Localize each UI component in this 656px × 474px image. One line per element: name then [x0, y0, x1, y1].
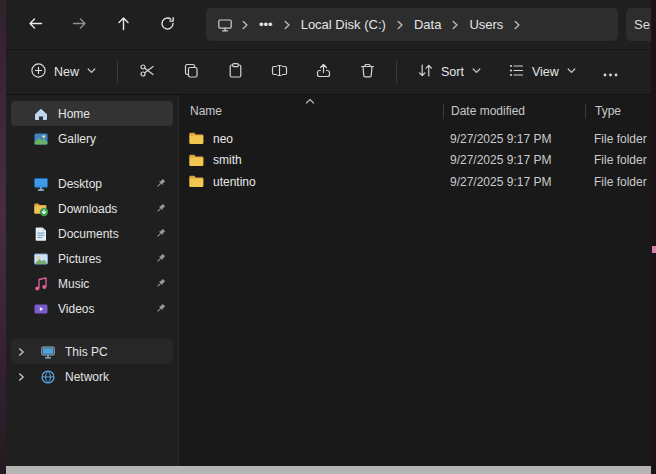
- chevron-right-icon[interactable]: [15, 346, 27, 358]
- sidebar-item-label: Documents: [58, 227, 119, 241]
- paste-icon: [227, 62, 244, 82]
- column-header-date-modified[interactable]: Date modified: [444, 104, 585, 118]
- breadcrumb-local-disk-c[interactable]: Local Disk (C:): [294, 14, 393, 35]
- file-date-modified: 9/27/2025 9:17 PM: [443, 153, 585, 167]
- plus-circle-icon: [30, 62, 47, 82]
- folder-icon: [188, 152, 205, 169]
- forward-button[interactable]: [60, 8, 98, 42]
- search-box[interactable]: Se: [626, 8, 651, 41]
- videos-icon: [33, 301, 49, 317]
- back-button[interactable]: [16, 8, 54, 42]
- arrow-left-icon: [27, 15, 44, 35]
- sort-button[interactable]: Sort: [407, 56, 492, 88]
- copy-button[interactable]: [172, 56, 210, 88]
- arrow-right-icon: [71, 15, 88, 35]
- refresh-button[interactable]: [148, 8, 186, 42]
- sidebar-item-desktop[interactable]: Desktop: [11, 171, 173, 196]
- sidebar-item-home[interactable]: Home: [11, 101, 173, 126]
- file-explorer-window: ••• Local Disk (C:) Data Users Se: [6, 0, 651, 466]
- trash-icon: [359, 62, 376, 82]
- delete-button[interactable]: [348, 56, 386, 88]
- paste-button[interactable]: [216, 56, 254, 88]
- share-icon: [315, 62, 332, 82]
- sidebar-item-videos[interactable]: Videos: [11, 296, 173, 321]
- cut-button[interactable]: [128, 56, 166, 88]
- sort-button-label: Sort: [441, 65, 464, 79]
- navigation-bar: ••• Local Disk (C:) Data Users Se: [6, 0, 651, 50]
- sidebar-item-label: Home: [58, 107, 90, 121]
- rename-button[interactable]: [260, 56, 298, 88]
- sidebar-section-gap: [11, 151, 173, 171]
- gallery-icon: [33, 131, 49, 147]
- view-button-label: View: [532, 65, 559, 79]
- file-row-utentino[interactable]: utentino 9/27/2025 9:17 PM File folder: [179, 171, 651, 193]
- pin-icon: [154, 302, 167, 315]
- file-date-modified: 9/27/2025 9:17 PM: [443, 175, 585, 189]
- command-toolbar: New: [6, 50, 651, 95]
- file-name: smith: [213, 153, 242, 167]
- sidebar-item-label: Desktop: [58, 177, 102, 191]
- ellipsis-icon: [603, 65, 618, 80]
- sidebar-item-label: Pictures: [58, 252, 101, 266]
- search-text: Se: [634, 17, 650, 32]
- pin-icon: [154, 177, 167, 190]
- chevron-right-icon: [448, 19, 462, 31]
- breadcrumb-users[interactable]: Users: [462, 14, 510, 35]
- chevron-right-icon[interactable]: [15, 371, 27, 383]
- file-name: neo: [213, 132, 233, 146]
- file-row-neo[interactable]: neo 9/27/2025 9:17 PM File folder: [179, 128, 651, 150]
- folder-icon: [188, 173, 205, 190]
- toolbar-divider: [117, 61, 118, 83]
- music-icon: [33, 276, 49, 292]
- scissors-icon: [139, 62, 156, 82]
- file-name: utentino: [213, 175, 256, 189]
- column-header-type[interactable]: Type: [586, 104, 651, 118]
- view-list-icon: [508, 62, 525, 82]
- file-type: File folder: [585, 132, 651, 146]
- navigation-pane: Home Gallery Desktop: [6, 95, 179, 466]
- chevron-right-icon: [510, 19, 524, 31]
- desktop-icon: [33, 176, 49, 192]
- address-bar[interactable]: ••• Local Disk (C:) Data Users: [206, 8, 618, 41]
- up-button[interactable]: [104, 8, 142, 42]
- share-button[interactable]: [304, 56, 342, 88]
- column-headers: Name Date modified Type: [179, 99, 651, 123]
- new-button[interactable]: New: [20, 56, 107, 88]
- pin-icon: [154, 227, 167, 240]
- copy-icon: [183, 62, 200, 82]
- sidebar-item-this-pc[interactable]: This PC: [11, 339, 173, 364]
- view-button[interactable]: View: [498, 56, 587, 88]
- chevron-right-icon: [280, 19, 294, 31]
- pin-icon: [154, 252, 167, 265]
- toolbar-divider: [396, 61, 397, 83]
- file-date-modified: 9/27/2025 9:17 PM: [443, 132, 585, 146]
- folder-icon: [188, 130, 205, 147]
- network-icon: [40, 369, 56, 385]
- sidebar-item-documents[interactable]: Documents: [11, 221, 173, 246]
- sidebar-item-label: Gallery: [58, 132, 96, 146]
- sidebar-item-pictures[interactable]: Pictures: [11, 246, 173, 271]
- file-type: File folder: [585, 153, 651, 167]
- sidebar-item-music[interactable]: Music: [11, 271, 173, 296]
- explorer-body: Home Gallery Desktop: [6, 95, 651, 466]
- refresh-icon: [159, 15, 176, 35]
- sort-arrows-icon: [417, 62, 434, 82]
- file-list-pane: Name Date modified Type neo 9/27/2025 9:…: [179, 95, 651, 466]
- file-row-smith[interactable]: smith 9/27/2025 9:17 PM File folder: [179, 150, 651, 172]
- this-pc-icon: [212, 17, 238, 33]
- desktop-edge-accent: [652, 246, 656, 253]
- more-options-button[interactable]: [593, 56, 629, 88]
- chevron-right-icon: [238, 19, 252, 31]
- sidebar-item-gallery[interactable]: Gallery: [11, 126, 173, 151]
- breadcrumb-data[interactable]: Data: [407, 14, 448, 35]
- sidebar-item-label: Network: [65, 370, 109, 384]
- chevron-down-icon: [471, 65, 482, 79]
- breadcrumb-overflow-button[interactable]: •••: [252, 14, 280, 35]
- pin-icon: [154, 277, 167, 290]
- sidebar-item-network[interactable]: Network: [11, 364, 173, 389]
- arrow-up-icon: [115, 15, 132, 35]
- desktop-edge-bottom: [6, 466, 651, 474]
- sidebar-item-downloads[interactable]: Downloads: [11, 196, 173, 221]
- sidebar-item-label: This PC: [65, 345, 108, 359]
- sidebar-item-label: Music: [58, 277, 89, 291]
